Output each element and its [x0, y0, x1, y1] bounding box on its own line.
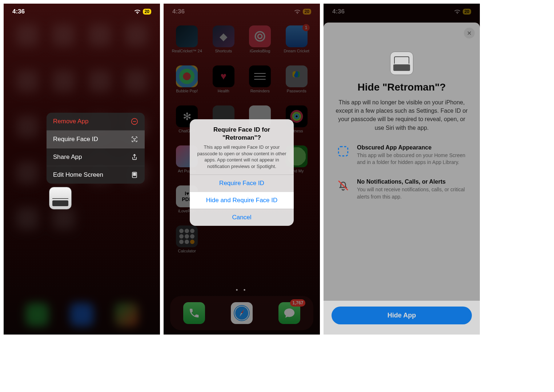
- status-bar: 4:36 20: [164, 4, 320, 20]
- menu-edit-home-screen[interactable]: Edit Home Screen: [47, 166, 145, 184]
- app-igeeksblog[interactable]: iGeeksBlog: [243, 25, 277, 65]
- dock-safari[interactable]: [231, 302, 253, 324]
- svg-rect-5: [133, 173, 135, 174]
- app-dreamcricket[interactable]: 1Dream Cricket: [280, 25, 314, 65]
- share-icon: [131, 153, 138, 161]
- app-icon-retroman[interactable]: [49, 187, 72, 209]
- alert-hide-and-require[interactable]: Hide and Require Face ID: [190, 192, 294, 209]
- menu-require-faceid[interactable]: Require Face ID: [47, 131, 145, 148]
- menu-label: Require Face ID: [53, 136, 98, 143]
- alert-cancel[interactable]: Cancel: [190, 209, 294, 226]
- battery-indicator: 20: [303, 9, 311, 15]
- hide-app-sheet: Hide "Retroman"? This app will no longer…: [324, 23, 480, 335]
- svg-rect-19: [338, 147, 348, 156]
- dock-messages[interactable]: 1,767: [278, 302, 300, 324]
- screenshot-3: 4:36 20 Hide "Retroman"? This app will n…: [324, 4, 480, 335]
- badge: 1,767: [290, 299, 305, 307]
- status-bar: 4:36 20: [4, 4, 160, 20]
- svg-rect-8: [135, 175, 136, 176]
- status-time: 4:36: [172, 8, 185, 15]
- context-menu: Remove App Require Face ID Share App Edi…: [47, 113, 145, 184]
- dock: 1,767: [170, 296, 313, 330]
- faceid-alert: Require Face ID for "Retroman"? This app…: [190, 119, 294, 226]
- faceid-icon: [131, 136, 138, 143]
- apps-icon: [131, 171, 138, 179]
- status-bar: 4:36 20: [324, 4, 480, 20]
- app-passwords[interactable]: Passwords: [280, 65, 314, 105]
- app-shortcuts[interactable]: ◆Shortcuts: [207, 25, 241, 65]
- menu-label: Edit Home Screen: [53, 171, 103, 179]
- feature-title: No Notifications, Calls, or Alerts: [357, 179, 467, 185]
- retroman-app-icon: [390, 52, 413, 75]
- svg-point-3: [135, 139, 136, 139]
- battery-indicator: 20: [143, 9, 151, 15]
- status-time: 4:36: [12, 8, 25, 15]
- alert-title: Require Face ID for "Retroman"?: [196, 126, 287, 142]
- feature-body: You will not receive notifications, call…: [357, 186, 467, 200]
- wifi-icon: [454, 9, 461, 14]
- close-icon: [467, 31, 472, 36]
- minus-circle-icon: [131, 118, 138, 125]
- feature-body: This app will be obscured on your Home S…: [357, 152, 467, 166]
- menu-label: Share App: [53, 153, 82, 161]
- app-reminders[interactable]: Reminders: [243, 65, 277, 105]
- svg-point-9: [258, 34, 262, 38]
- bell-slash-icon: [337, 179, 349, 192]
- status-time: 4:36: [332, 8, 345, 15]
- battery-indicator: 20: [463, 9, 471, 15]
- app-bubblepop[interactable]: Bubble Pop!: [170, 65, 204, 105]
- app-realcricket24[interactable]: RealCricket™ 24: [170, 25, 204, 65]
- alert-require-faceid[interactable]: Require Face ID: [190, 175, 294, 192]
- wifi-icon: [294, 9, 301, 14]
- feature-no-notifications: No Notifications, Calls, or Alerts You w…: [334, 179, 470, 200]
- menu-share-app[interactable]: Share App: [47, 148, 145, 166]
- svg-point-10: [256, 32, 265, 41]
- screenshot-2: 4:36 20 RealCricket™ 24 ◆Shortcuts iGeek…: [164, 4, 320, 335]
- sheet-lead: This app will no longer be visible on yo…: [334, 98, 470, 132]
- app-health[interactable]: ♥Health: [207, 65, 241, 105]
- app-calculator[interactable]: Calculator: [170, 225, 204, 265]
- dock-phone[interactable]: [183, 302, 205, 324]
- sheet-title: Hide "Retroman"?: [334, 81, 470, 93]
- wifi-icon: [134, 9, 141, 14]
- badge: 1: [302, 24, 310, 31]
- sheet-footer: Hide App: [324, 301, 480, 335]
- svg-rect-6: [135, 173, 136, 174]
- dashed-square-icon: [337, 145, 349, 157]
- alert-body: This app will require Face ID or your pa…: [196, 144, 287, 169]
- hide-app-button[interactable]: Hide App: [332, 307, 472, 324]
- close-button[interactable]: [464, 28, 475, 39]
- svg-point-2: [133, 139, 134, 139]
- screenshot-1: 4:36 20 Remove App Require Face ID Share…: [4, 4, 160, 335]
- svg-rect-7: [133, 175, 135, 176]
- feature-obscured: Obscured App Appearance This app will be…: [334, 144, 470, 166]
- feature-title: Obscured App Appearance: [357, 144, 467, 151]
- page-indicator[interactable]: ● ●: [164, 288, 320, 292]
- blurred-dock: [4, 295, 160, 335]
- menu-label: Remove App: [53, 118, 88, 125]
- menu-remove-app[interactable]: Remove App: [47, 113, 145, 131]
- svg-point-13: [295, 115, 298, 118]
